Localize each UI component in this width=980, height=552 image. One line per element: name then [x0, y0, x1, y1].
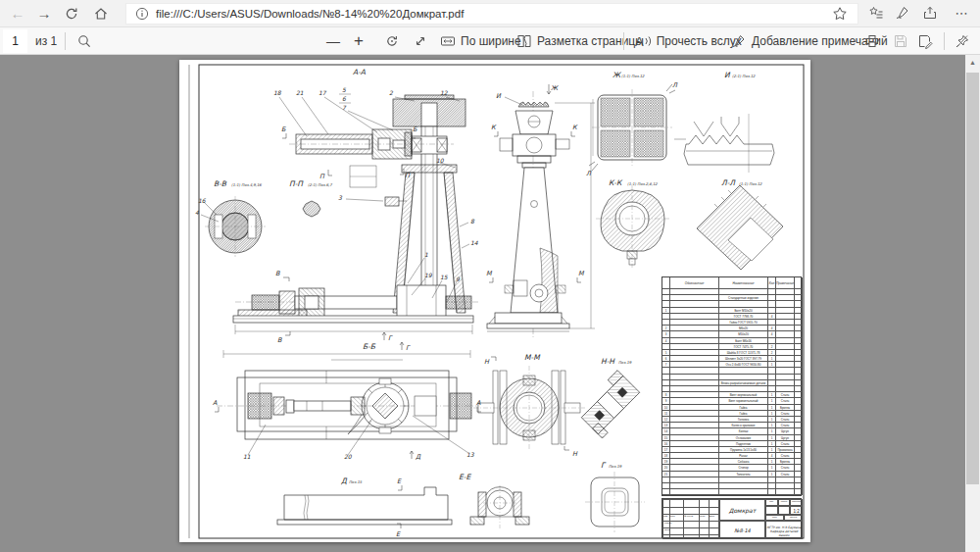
- svg-text:Г: Г: [601, 461, 607, 470]
- razrab-label: Разраб.: [664, 522, 672, 524]
- page-number-input[interactable]: 1: [3, 29, 27, 53]
- svg-text:Е-Е: Е-Е: [459, 473, 471, 481]
- toolbar-separator: [623, 32, 624, 50]
- svg-text:А: А: [213, 399, 218, 407]
- svg-text:15: 15: [440, 274, 449, 280]
- view-zh: Ж (1:1) Поз.12: [589, 71, 675, 171]
- url-text[interactable]: file:///C:/Users/ASUS/Downloads/№8-14%20…: [156, 8, 822, 20]
- save-icon: [893, 33, 908, 49]
- svg-text:Д: Д: [341, 477, 348, 485]
- spec-cell: [719, 489, 768, 495]
- view-i: И (2:1) Поз.12: [674, 71, 774, 173]
- back-icon[interactable]: ←: [5, 0, 30, 26]
- prov-label: Пров.: [664, 528, 670, 530]
- print-icon: [864, 33, 880, 49]
- forward-icon[interactable]: →: [31, 0, 57, 26]
- vertical-scrollbar[interactable]: ▲: [965, 55, 980, 552]
- search-button[interactable]: [76, 27, 92, 55]
- svg-text:12: 12: [440, 89, 449, 96]
- print-button[interactable]: [864, 27, 880, 55]
- pdf-page: А-А: [179, 60, 810, 542]
- lit-value: [765, 506, 778, 515]
- hub-glyph: [868, 5, 884, 21]
- fullscreen-button[interactable]: [413, 27, 428, 55]
- spec-cell: [795, 489, 803, 495]
- scale-value: 1:2: [790, 506, 803, 515]
- web-note-pen-icon[interactable]: [895, 5, 912, 23]
- zoom-in-icon: +: [354, 31, 364, 51]
- home-icon[interactable]: [88, 0, 114, 26]
- svg-text:14: 14: [470, 239, 478, 246]
- rotate-button[interactable]: [384, 27, 400, 55]
- doc-label: № докум.: [684, 515, 694, 517]
- svg-text:К: К: [572, 124, 578, 131]
- svg-text:7: 7: [342, 104, 347, 111]
- title-block-revision-grid: Изм. Лист № докум. Подп. Дата Разраб. Пр…: [662, 499, 719, 539]
- svg-text:20: 20: [344, 453, 353, 460]
- favorites-hub-icon[interactable]: [868, 5, 886, 23]
- svg-text:Л-Л: Л-Л: [721, 178, 736, 187]
- svg-text:(2:1) Поз.6,7: (2:1) Поз.6,7: [308, 182, 332, 187]
- page-layout-label: Разметка страницы: [537, 34, 644, 48]
- svg-text:16: 16: [198, 197, 207, 204]
- zoom-out-button[interactable]: —: [326, 27, 340, 55]
- notes-pen-icon: [731, 33, 747, 49]
- svg-text:Ж: Ж: [551, 84, 559, 92]
- svg-text:11: 11: [243, 453, 251, 460]
- lit-label: Лит.: [765, 499, 778, 506]
- list-label: Лист: [670, 515, 675, 517]
- scrollbar-thumb[interactable]: [966, 73, 979, 484]
- svg-text:Н-Н: Н-Н: [601, 357, 615, 366]
- svg-text:18: 18: [273, 89, 282, 96]
- page-layout-button[interactable]: Разметка страницы: [516, 27, 644, 55]
- save-as-button[interactable]: [917, 27, 933, 55]
- svg-text:Поз.19: Поз.19: [609, 464, 622, 469]
- more-menu-icon[interactable]: ⋯: [949, 0, 974, 26]
- podp-label: Подп.: [700, 515, 706, 517]
- refresh-icon[interactable]: [59, 0, 84, 26]
- svg-text:Е: Е: [396, 530, 401, 538]
- expand-icon: [413, 33, 428, 49]
- read-aloud-button[interactable]: А Прочесть вслух: [635, 27, 742, 55]
- svg-text:Л: Л: [672, 81, 678, 89]
- toolbar-separator: [65, 32, 66, 50]
- spec-header-cell: [795, 277, 803, 289]
- svg-text:Поз.19: Поз.19: [618, 360, 632, 365]
- spec-cell: [662, 489, 670, 495]
- view-v-v: В-В (1:1) Поз.4,9,16: [201, 179, 266, 257]
- view-a-a: А-А: [233, 68, 478, 334]
- fit-width-button[interactable]: По ширине: [440, 27, 521, 55]
- svg-text:6: 6: [342, 95, 347, 102]
- share-icon[interactable]: [922, 5, 940, 23]
- pdf-toolbar: 1 из 1 — + По ширине Разметка страницы А…: [0, 27, 980, 55]
- refresh-glyph: [64, 6, 79, 22]
- browser-chrome: ← → file:///C:/Users/ASUS/Downloads/№8-1…: [0, 0, 980, 27]
- svg-text:Г: Г: [388, 334, 393, 342]
- page-info-icon[interactable]: [134, 6, 150, 22]
- svg-text:М: М: [486, 270, 493, 277]
- mass-label: Масса: [778, 499, 791, 506]
- svg-text:П-П: П-П: [289, 179, 304, 188]
- favorite-star-icon[interactable]: [832, 6, 848, 22]
- unpin-toolbar-button[interactable]: [955, 27, 970, 55]
- spec-table-body: Стандартные изделия1Болт М10х20ГОСТ 7798…: [662, 289, 801, 495]
- org-line2: Кафедра деталей машин: [766, 529, 802, 537]
- zoom-in-button[interactable]: +: [354, 27, 364, 55]
- pdf-viewport: А-А: [0, 55, 980, 552]
- svg-text:1: 1: [424, 251, 428, 258]
- svg-text:М: М: [578, 270, 585, 277]
- sound-waves-icon: [645, 34, 652, 48]
- svg-text:8: 8: [470, 218, 475, 225]
- address-bar[interactable]: file:///C:/Users/ASUS/Downloads/№8-14%20…: [125, 3, 858, 25]
- share-glyph: [922, 5, 938, 21]
- read-aloud-icon: А: [635, 34, 644, 49]
- view-m-m: М-М: [473, 353, 585, 450]
- svg-text:В: В: [275, 270, 280, 277]
- svg-text:А-А: А-А: [353, 68, 367, 76]
- save-button[interactable]: [893, 27, 908, 55]
- svg-text:Д: Д: [416, 453, 421, 461]
- scroll-up-icon[interactable]: ▲: [965, 55, 980, 71]
- svg-text:А: А: [476, 399, 481, 407]
- search-icon: [76, 33, 92, 49]
- svg-text:В-В: В-В: [214, 179, 227, 188]
